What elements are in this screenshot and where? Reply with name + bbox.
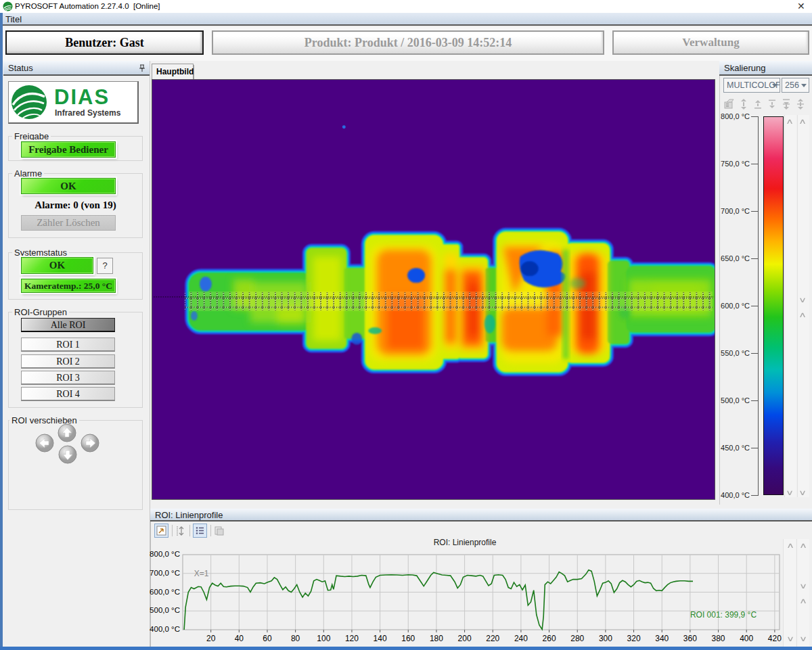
svg-text:X=1: X=1: [194, 569, 209, 578]
svg-text:ROI 001: 399,9 °C: ROI 001: 399,9 °C: [690, 610, 757, 620]
